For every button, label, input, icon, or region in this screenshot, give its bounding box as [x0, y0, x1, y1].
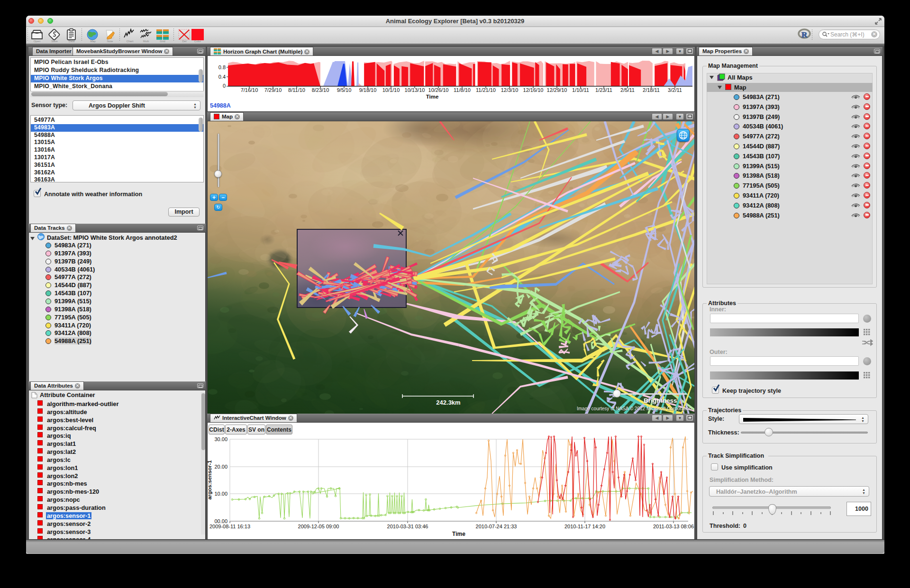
svg-text:3/2/11: 3/2/11 — [668, 87, 682, 93]
svg-text:Time: Time — [426, 94, 439, 100]
svg-text:1/23/11: 1/23/11 — [595, 87, 612, 93]
svg-text:0.8: 0.8 — [218, 64, 226, 70]
svg-text:2010-07-24 21:33: 2010-07-24 21:33 — [476, 524, 517, 529]
svg-text:2/18/11: 2/18/11 — [643, 87, 660, 93]
svg-text:2/5/11: 2/5/11 — [620, 87, 635, 93]
svg-text:12/29/10: 12/29/10 — [547, 87, 567, 93]
svg-text:30.00: 30.00 — [214, 436, 228, 442]
svg-text:R: R — [801, 30, 808, 39]
svg-text:9/5/10: 9/5/10 — [337, 87, 352, 93]
svg-text:2009-12-05 09:00: 2009-12-05 09:00 — [298, 524, 339, 529]
svg-text:2010-03-31 03:46: 2010-03-31 03:46 — [387, 524, 428, 529]
svg-text:10.00: 10.00 — [214, 491, 228, 497]
svg-text:0.4: 0.4 — [218, 74, 226, 80]
svg-text:0: 0 — [223, 83, 226, 89]
svg-text:2010-11-17 14:20: 2010-11-17 14:20 — [564, 524, 605, 529]
svg-text:8/11/10: 8/11/10 — [288, 87, 305, 93]
svg-text:12/3/10: 12/3/10 — [501, 87, 519, 93]
svg-text:7/16/10: 7/16/10 — [241, 87, 258, 93]
svg-text:11/21/10: 11/21/10 — [476, 87, 496, 93]
svg-text:20.00: 20.00 — [214, 464, 228, 470]
svg-text:242.3km: 242.3km — [436, 399, 460, 406]
svg-text:1/10/11: 1/10/11 — [572, 87, 589, 93]
svg-text:11/8/10: 11/8/10 — [454, 87, 471, 93]
svg-text:12/16/10: 12/16/10 — [523, 87, 544, 93]
svg-text:8/23/10: 8/23/10 — [312, 87, 329, 93]
svg-text:10/26/10: 10/26/10 — [428, 87, 449, 93]
svg-text:54988A: 54988A — [210, 102, 231, 109]
svg-text:7/29/10: 7/29/10 — [264, 87, 282, 93]
svg-text:2011-03-13 08:06: 2011-03-13 08:06 — [653, 524, 694, 529]
svg-text:Time: Time — [452, 531, 465, 537]
svg-text:10/13/10: 10/13/10 — [405, 87, 425, 93]
svg-text:9/18/10: 9/18/10 — [359, 87, 377, 93]
svg-text:10/1/10: 10/1/10 — [382, 87, 400, 93]
svg-text:2009-08-11 16:13: 2009-08-11 16:13 — [209, 524, 250, 529]
svg-text:argos:sensor-1: argos:sensor-1 — [207, 460, 212, 500]
